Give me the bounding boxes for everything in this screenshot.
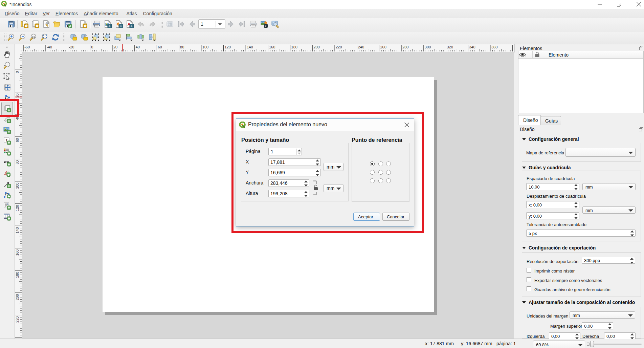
svg-text:-20: -20 [69, 45, 74, 49]
svg-text:180: 180 [15, 272, 19, 278]
svg-text:40: 40 [136, 45, 140, 49]
svg-text:80: 80 [15, 160, 19, 165]
svg-text:1:1: 1:1 [32, 35, 35, 38]
svg-text:180: 180 [291, 45, 297, 49]
svg-text:0: 0 [91, 45, 93, 49]
svg-text:160: 160 [15, 249, 19, 256]
svg-text:160: 160 [269, 45, 275, 49]
svg-text:320: 320 [447, 45, 453, 49]
svg-text:200: 200 [313, 45, 319, 49]
svg-text:-40: -40 [47, 45, 52, 49]
svg-text:120: 120 [225, 45, 231, 49]
svg-text:100: 100 [15, 183, 19, 189]
svg-text:220: 220 [336, 45, 342, 49]
svg-text:300: 300 [425, 45, 431, 49]
svg-text:60: 60 [158, 45, 162, 49]
svg-text:340: 340 [469, 45, 475, 49]
svg-text:100: 100 [202, 45, 208, 49]
svg-text:140: 140 [15, 227, 19, 233]
svg-text:80: 80 [180, 45, 184, 49]
svg-text:20: 20 [113, 45, 117, 49]
svg-text:220: 220 [15, 317, 19, 323]
svg-text:260: 260 [380, 45, 386, 49]
svg-text:60: 60 [15, 138, 19, 142]
svg-text:120: 120 [15, 205, 19, 211]
svg-text:-60: -60 [24, 45, 30, 49]
svg-text:0: 0 [15, 71, 19, 73]
svg-text:200: 200 [15, 294, 19, 300]
svg-text:140: 140 [247, 45, 253, 49]
svg-text:360: 360 [491, 45, 497, 49]
svg-text:280: 280 [402, 45, 408, 49]
svg-text:240: 240 [358, 45, 364, 49]
